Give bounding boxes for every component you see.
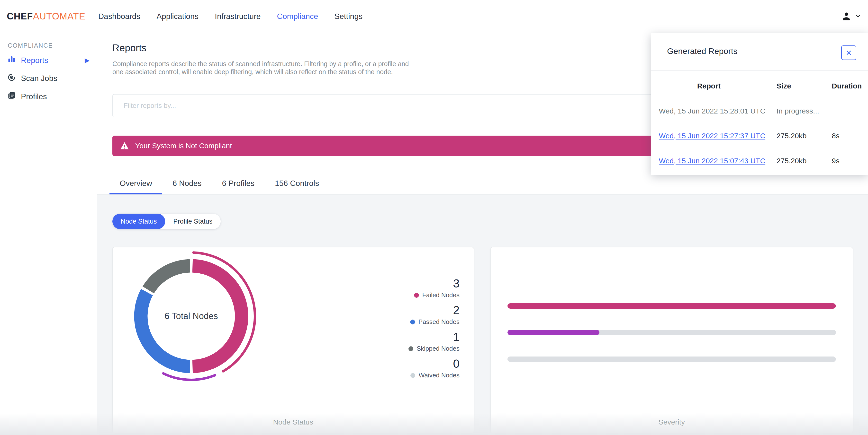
report-download-link[interactable]: Wed, 15 Jun 2022 15:07:43 UTC: [659, 157, 759, 165]
legend-waived: 0 Waived Nodes: [410, 358, 460, 379]
waived-legend-dot: [410, 373, 415, 378]
donut-center-label: 6 Total Nodes: [123, 309, 259, 324]
tab-controls[interactable]: 156 Controls: [265, 172, 329, 194]
nav-compliance[interactable]: Compliance: [277, 12, 318, 21]
report-duration: 9s: [832, 157, 863, 165]
report-download-link[interactable]: Wed, 15 Jun 2022 15:27:37 UTC: [659, 132, 759, 140]
close-icon[interactable]: ✕: [841, 45, 856, 60]
column-header-duration: Duration: [832, 82, 863, 90]
report-size: In progress...: [777, 107, 820, 115]
status-toggle: Node Status Profile Status: [113, 213, 221, 229]
skipped-legend-dot: [408, 346, 413, 351]
banner-text: Your System is Not Compliant: [135, 142, 232, 150]
sidebar-item-reports[interactable]: Reports ▶: [0, 52, 96, 69]
generated-reports-panel: Generated Reports ✕ Report Size Duration…: [651, 33, 868, 175]
legend-skipped: 1 Skipped Nodes: [408, 331, 460, 353]
failed-count: 3: [414, 277, 460, 290]
page-description: Compliance reports describe the status o…: [113, 60, 419, 76]
page-title: Reports: [113, 42, 147, 54]
arrow-right-icon: ▶: [85, 57, 90, 64]
severity-bar: [507, 357, 836, 362]
overview-section: Node Status Profile Status 6 Total Nodes…: [97, 195, 868, 435]
person-icon: [841, 10, 852, 23]
top-header: CHEFAUTOMATE Dashboards Applications Inf…: [0, 0, 868, 33]
logo-chef: CHEF: [7, 11, 33, 22]
profile-status-toggle[interactable]: Profile Status: [165, 213, 221, 229]
sidebar-section-label: COMPLIANCE: [8, 42, 53, 49]
bar-chart-icon: [7, 55, 16, 66]
node-status-toggle[interactable]: Node Status: [113, 213, 165, 229]
sidebar-item-profiles[interactable]: Profiles: [0, 88, 96, 105]
waived-count: 0: [410, 358, 460, 370]
report-date: Wed, 15 Jun 2022 15:28:01 UTC: [659, 107, 759, 115]
column-header-size: Size: [777, 82, 820, 90]
sidebar-item-label: Profiles: [21, 92, 47, 101]
column-header-report: Report: [659, 82, 759, 90]
nav-applications[interactable]: Applications: [157, 12, 199, 21]
nav-infrastructure[interactable]: Infrastructure: [215, 12, 261, 21]
skipped-count: 1: [408, 331, 460, 343]
nav-settings[interactable]: Settings: [335, 12, 363, 21]
chevron-down-icon: [855, 13, 861, 20]
sidebar-item-label: Reports: [21, 56, 48, 65]
severity-caption: Severity: [491, 418, 853, 426]
tab-profiles[interactable]: 6 Profiles: [212, 172, 265, 194]
failed-label: Failed Nodes: [422, 291, 460, 299]
report-size: 275.20kb: [777, 132, 820, 140]
user-menu[interactable]: [837, 0, 865, 33]
severity-bar: [507, 330, 836, 335]
documents-icon: [7, 91, 16, 102]
report-duration: 8s: [832, 132, 863, 140]
report-tabs: Overview 6 Nodes 6 Profiles 156 Controls: [110, 172, 329, 194]
node-status-card: 6 Total Nodes 3 Failed Nodes 2 Passed No…: [113, 247, 474, 433]
logo-automate: AUTOMATE: [33, 11, 85, 22]
legend-failed: 3 Failed Nodes: [414, 277, 460, 299]
top-nav: Dashboards Applications Infrastructure C…: [98, 0, 363, 33]
legend-passed: 2 Passed Nodes: [410, 304, 460, 326]
passed-count: 2: [410, 304, 460, 316]
tab-nodes[interactable]: 6 Nodes: [162, 172, 212, 194]
panel-title: Generated Reports: [667, 46, 737, 56]
failed-legend-dot: [414, 293, 419, 298]
passed-label: Passed Nodes: [418, 318, 460, 326]
sidebar-item-scan-jobs[interactable]: Scan Jobs: [0, 70, 96, 87]
severity-bar: [507, 303, 836, 309]
node-status-caption: Node Status: [113, 418, 474, 426]
passed-legend-dot: [410, 320, 415, 325]
nav-dashboards[interactable]: Dashboards: [98, 12, 141, 21]
severity-card: Severity: [490, 247, 853, 433]
skipped-label: Skipped Nodes: [417, 345, 460, 353]
report-size: 275.20kb: [777, 157, 820, 165]
tab-overview[interactable]: Overview: [110, 172, 162, 194]
warning-icon: [120, 141, 129, 151]
waived-label: Waived Nodes: [419, 372, 460, 379]
sidebar-item-label: Scan Jobs: [21, 74, 57, 83]
radar-icon: [7, 73, 16, 83]
chef-automate-logo[interactable]: CHEFAUTOMATE: [7, 0, 85, 33]
panel-divider: [651, 70, 868, 71]
compliance-sidebar: COMPLIANCE Reports ▶ Scan Jobs Profiles: [0, 33, 96, 435]
